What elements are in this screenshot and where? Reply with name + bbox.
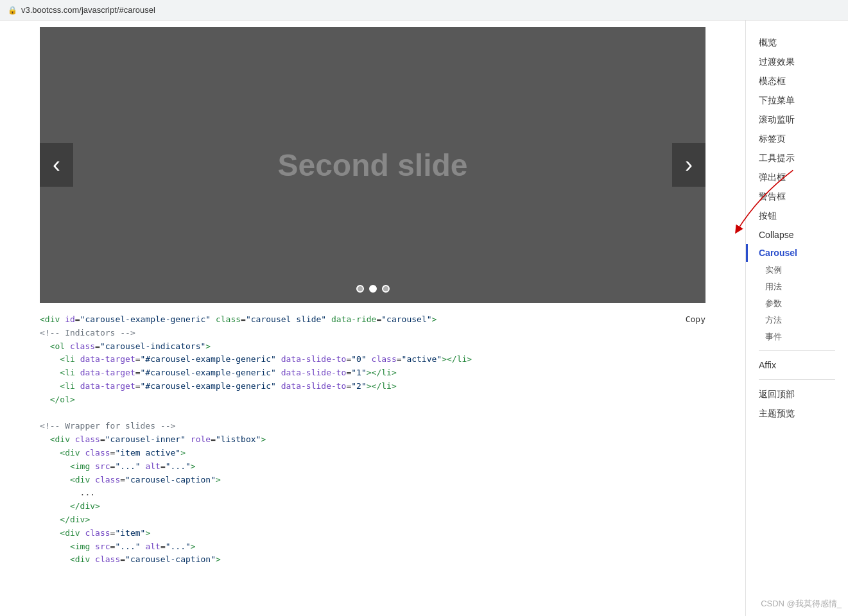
- sidebar-item-button[interactable]: 按钮: [746, 207, 848, 226]
- url-text: v3.bootcss.com/javascript/#carousel: [21, 5, 155, 15]
- code-line: <div class="carousel-caption">: [40, 553, 705, 567]
- carousel-prev-button[interactable]: ‹: [40, 143, 73, 187]
- sidebar-item-tabs[interactable]: 标签页: [746, 130, 848, 149]
- code-line: ...: [40, 486, 705, 500]
- indicator-2[interactable]: [382, 285, 390, 293]
- code-line: <div class="item">: [40, 527, 705, 540]
- code-line: <img src="..." alt="...">: [40, 460, 705, 474]
- code-line: <li data-target="#carousel-example-gener…: [40, 366, 705, 380]
- sidebar-item-tooltip[interactable]: 工具提示: [746, 149, 848, 168]
- code-line: <!-- Indicators -->: [40, 327, 705, 340]
- sidebar-item-scrollspy[interactable]: 滚动监听: [746, 110, 848, 130]
- sidebar-item-alert[interactable]: 警告框: [746, 187, 848, 207]
- csdn-watermark: CSDN @我莫得感情_: [761, 598, 842, 610]
- code-line: <li data-target="#carousel-example-gener…: [40, 380, 705, 393]
- sidebar-item-transitions[interactable]: 过渡效果: [746, 53, 848, 72]
- carousel-slide-text: Second slide: [277, 148, 467, 183]
- main-layout: ‹ Second slide › Copy <div id="carousel-…: [0, 21, 848, 616]
- code-line: </div>: [40, 500, 705, 513]
- sidebar-item-dropdown[interactable]: 下拉菜单: [746, 91, 848, 110]
- carousel-next-button[interactable]: ›: [672, 143, 705, 187]
- sidebar-item-popover[interactable]: 弹出框: [746, 168, 848, 187]
- indicator-1[interactable]: [369, 285, 377, 293]
- sidebar-item-carousel[interactable]: Carousel: [746, 244, 848, 262]
- code-line: <div class="carousel-caption">: [40, 474, 705, 487]
- content-area: ‹ Second slide › Copy <div id="carousel-…: [0, 21, 745, 616]
- sidebar-subitem-carousel-usage[interactable]: 用法: [746, 278, 848, 295]
- code-line: <li data-target="#carousel-example-gener…: [40, 353, 705, 366]
- sidebar-subitem-carousel-example[interactable]: 实例: [746, 262, 848, 278]
- code-block: Copy <div id="carousel-example-generic" …: [40, 303, 705, 577]
- sidebar-divider-2: [759, 379, 835, 380]
- sidebar: 概览 过渡效果 模态框 下拉菜单 滚动监听 标签页 工具提示 弹出框 警告框 按…: [745, 21, 848, 616]
- sidebar-item-collapse[interactable]: Collapse: [746, 226, 848, 244]
- code-line: </ol>: [40, 393, 705, 407]
- sidebar-subitem-carousel-options[interactable]: 参数: [746, 295, 848, 312]
- indicator-0[interactable]: [356, 285, 364, 293]
- code-line: [40, 407, 705, 420]
- carousel-demo: ‹ Second slide ›: [40, 27, 705, 303]
- code-line: <div class="item active">: [40, 447, 705, 460]
- sidebar-item-overview[interactable]: 概览: [746, 33, 848, 53]
- code-line: <div id="carousel-example-generic" class…: [40, 313, 705, 327]
- sidebar-subitem-carousel-methods[interactable]: 方法: [746, 312, 848, 329]
- code-line: </div>: [40, 513, 705, 527]
- code-line: <div class="carousel-inner" role="listbo…: [40, 433, 705, 447]
- code-line: <img src="..." alt="...">: [40, 540, 705, 554]
- code-line: <ol class="carousel-indicators">: [40, 340, 705, 354]
- sidebar-item-modal[interactable]: 模态框: [746, 72, 848, 91]
- carousel-indicators: [356, 285, 390, 293]
- sidebar-item-theme-preview[interactable]: 主题预览: [746, 404, 848, 424]
- code-line: <!-- Wrapper for slides -->: [40, 420, 705, 433]
- address-bar: 🔒 v3.bootcss.com/javascript/#carousel: [0, 0, 848, 21]
- sidebar-item-affix[interactable]: Affix: [746, 356, 848, 374]
- sidebar-divider: [759, 350, 835, 351]
- sidebar-subitem-carousel-events[interactable]: 事件: [746, 329, 848, 345]
- sidebar-item-back-to-top[interactable]: 返回顶部: [746, 385, 848, 404]
- lock-icon: 🔒: [8, 6, 17, 15]
- copy-button[interactable]: Copy: [686, 313, 705, 327]
